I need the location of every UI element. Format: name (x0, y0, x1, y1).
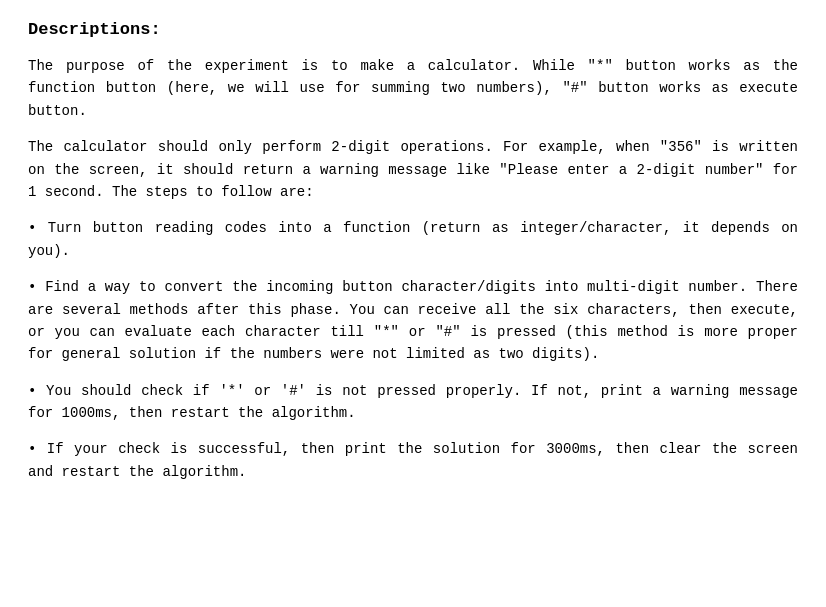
content-area: Descriptions: The purpose of the experim… (28, 20, 798, 483)
bullet-item-2: • Find a way to convert the incoming but… (28, 276, 798, 366)
paragraph-2: The calculator should only perform 2-dig… (28, 136, 798, 203)
page-title: Descriptions: (28, 20, 798, 39)
bullet-item-1: • Turn button reading codes into a funct… (28, 217, 798, 262)
bullet-item-4: • If your check is successful, then prin… (28, 438, 798, 483)
paragraph-1: The purpose of the experiment is to make… (28, 55, 798, 122)
bullet-item-3: • You should check if '*' or '#' is not … (28, 380, 798, 425)
